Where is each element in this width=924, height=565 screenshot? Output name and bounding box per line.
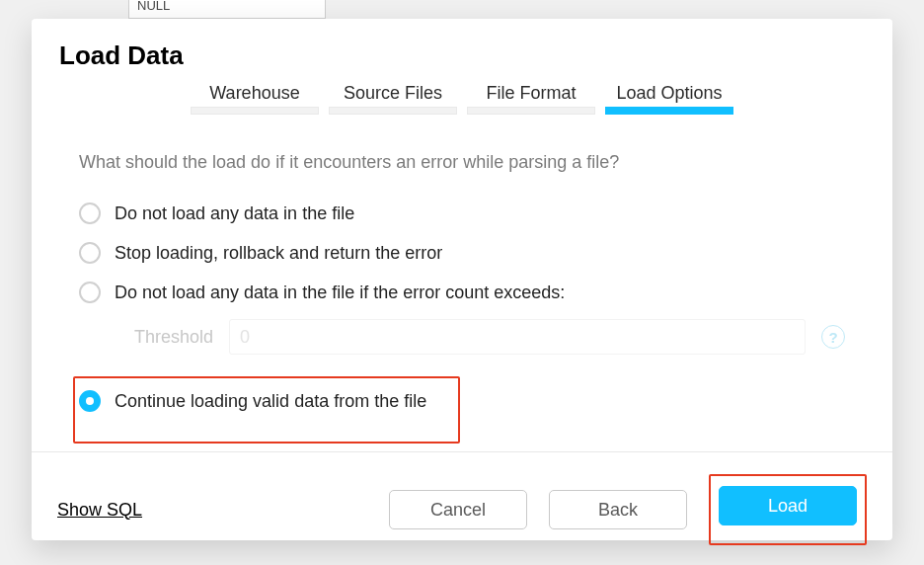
tab-label: Source Files (344, 83, 442, 107)
load-options-question: What should the load do if it encounters… (79, 152, 845, 173)
option-label: Continue loading valid data from the fil… (115, 391, 426, 412)
footer-buttons: Cancel Back Load (389, 474, 867, 545)
option-error-count-exceeds[interactable]: Do not load any data in the file if the … (79, 280, 845, 305)
dialog-content: What should the load do if it encounters… (32, 121, 892, 451)
tab-label: File Format (486, 83, 576, 107)
dialog-footer: Show SQL Cancel Back Load (32, 451, 892, 565)
radio-icon[interactable] (79, 202, 101, 224)
cancel-button[interactable]: Cancel (389, 490, 527, 529)
back-button[interactable]: Back (549, 490, 687, 529)
wizard-tabs: Warehouse Source Files File Format Load … (32, 83, 892, 121)
tab-underline (329, 107, 457, 115)
option-label: Do not load any data in the file if the … (115, 282, 565, 303)
tab-underline (467, 107, 595, 115)
option-stop-rollback[interactable]: Stop loading, rollback and return the er… (79, 240, 845, 266)
tab-label: Load Options (616, 83, 722, 107)
threshold-row: Threshold ? (134, 319, 845, 355)
option-label: Do not load any data in the file (115, 203, 354, 224)
tab-underline (605, 107, 733, 115)
background-table-cell: NULL (128, 0, 326, 19)
show-sql-link[interactable]: Show SQL (57, 500, 142, 521)
load-button[interactable]: Load (719, 486, 857, 525)
threshold-label: Threshold (134, 327, 213, 348)
annotation-highlight-option: Continue loading valid data from the fil… (73, 376, 460, 444)
annotation-highlight-load: Load (709, 474, 867, 545)
tab-file-format[interactable]: File Format (462, 83, 600, 115)
help-icon[interactable]: ? (821, 325, 845, 349)
dialog-title: Load Data (32, 19, 892, 83)
tab-load-options[interactable]: Load Options (600, 83, 738, 115)
radio-icon[interactable] (79, 390, 101, 412)
option-label: Stop loading, rollback and return the er… (115, 243, 442, 264)
load-data-dialog: Load Data Warehouse Source Files File Fo… (32, 19, 892, 540)
option-continue-loading[interactable]: Continue loading valid data from the fil… (79, 388, 450, 414)
tab-warehouse[interactable]: Warehouse (186, 83, 324, 115)
tab-source-files[interactable]: Source Files (324, 83, 462, 115)
option-do-not-load[interactable]: Do not load any data in the file (79, 201, 845, 226)
radio-icon[interactable] (79, 282, 101, 303)
tab-label: Warehouse (209, 83, 299, 107)
threshold-input[interactable] (229, 319, 806, 355)
tab-underline (191, 107, 319, 115)
radio-icon[interactable] (79, 242, 101, 264)
